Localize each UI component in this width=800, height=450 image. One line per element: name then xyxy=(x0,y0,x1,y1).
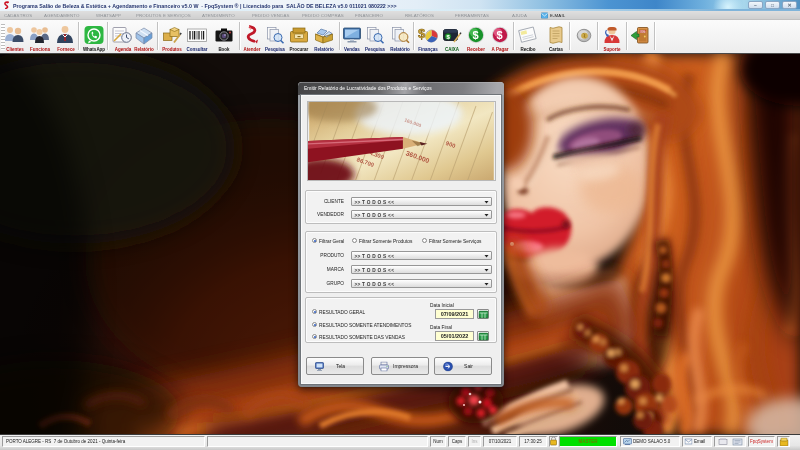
svg-text:$: $ xyxy=(497,29,503,41)
svg-text:$: $ xyxy=(418,26,426,41)
svg-text:EXIT: EXIT xyxy=(640,30,646,34)
svg-text:$: $ xyxy=(473,29,479,41)
